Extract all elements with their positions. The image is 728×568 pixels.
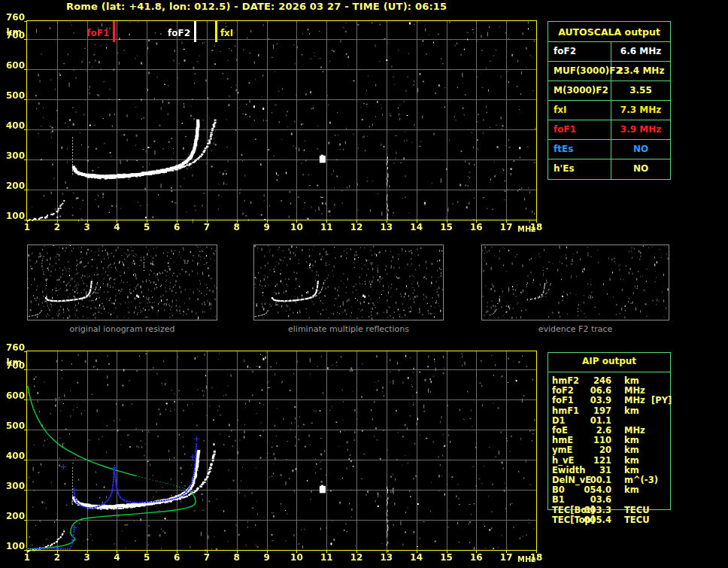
parameter-name: D1 <box>552 416 566 426</box>
parameter-value: 31 <box>599 466 611 475</box>
y-axis-unit-label: km <box>2 27 22 38</box>
y-tick-label: 760 <box>2 12 25 23</box>
parameter-unit: TECU <box>624 506 649 515</box>
parameter-note: [PY] <box>651 396 672 405</box>
y-tick-label: 300 <box>2 481 25 491</box>
parameter-name: h'Es <box>548 159 611 179</box>
parameter-unit: km <box>624 406 639 416</box>
x-tick-label: 8 <box>227 222 247 232</box>
x-axis-unit-label: MHz <box>517 555 535 563</box>
x-tick-label: 16 <box>466 552 486 563</box>
x-tick-label: 15 <box>437 222 457 232</box>
x-tick-label: 11 <box>317 222 336 232</box>
parameter-name: B1 <box>552 495 565 505</box>
x-tick-label: 3 <box>77 552 97 563</box>
parameter-value: 005.4 <box>584 515 611 525</box>
parameter-name: foE <box>552 426 568 436</box>
parameter-name: ymE <box>552 445 572 455</box>
x-tick-label: 17 <box>496 552 516 563</box>
x-tick-label: 1 <box>17 552 37 563</box>
parameter-name: M(3000)F2 <box>548 81 611 100</box>
foF1-marker-line <box>113 21 115 42</box>
parameter-name: Ewidth <box>552 466 585 475</box>
parameter-name: foF2 <box>552 386 574 396</box>
thumbnail-evidence-f2-trace <box>481 245 669 320</box>
y-tick-label: 100 <box>2 211 25 221</box>
foF2-marker-label: foF2 <box>160 28 190 38</box>
x-tick-label: 4 <box>107 222 126 232</box>
x-tick-label: 14 <box>407 552 426 563</box>
parameter-value: 00.1 <box>590 475 611 485</box>
parameter-value: 054.0 <box>584 485 611 495</box>
parameter-name: foF1 <box>552 396 574 405</box>
parameter-value: 01.1 <box>590 416 611 426</box>
parameter-unit: MHz <box>624 386 645 396</box>
parameter-unit: MHz <box>624 396 645 405</box>
aip-row-hmf1: hmF1197km <box>548 406 671 416</box>
parameter-unit: km <box>624 445 639 455</box>
x-tick-label: 13 <box>377 552 396 563</box>
autoscala-output-table: AUTOSCALA output foF26.6 MHzMUF(3000)F22… <box>548 21 671 180</box>
aip-row-foe: foE2.6MHz <box>548 426 671 436</box>
parameter-value: 110 <box>593 436 611 445</box>
x-tick-label: 8 <box>227 552 247 563</box>
x-tick-label: 16 <box>466 222 486 232</box>
x-tick-label: 4 <box>107 552 126 563</box>
parameter-value: 20 <box>599 445 611 455</box>
autoscala-output-screen: Rome (lat: +41.8, lon: 012.5) - DATE: 20… <box>0 0 728 568</box>
y-tick-label: 100 <box>2 541 25 551</box>
y-tick-label: 500 <box>2 90 25 101</box>
aip-row-b0: B0054.0km <box>548 485 671 495</box>
parameter-unit: m^(-3) <box>624 475 658 485</box>
x-tick-label: 12 <box>347 222 366 232</box>
x-tick-label: 7 <box>197 222 217 232</box>
parameter-value: 23.4 MHz <box>611 62 670 80</box>
parameter-name: hmF1 <box>552 406 579 416</box>
parameter-name: h_vE <box>552 456 574 466</box>
aip-row-hmf2: hmF2246km <box>548 376 671 386</box>
parameter-name: MUF(3000)F2 <box>548 62 611 80</box>
aip-row-ewidth: Ewidth31km <box>548 466 671 475</box>
x-tick-label: 15 <box>437 552 457 563</box>
x-axis-unit-label: MHz <box>517 225 535 233</box>
autoscala-row-hes: h'EsNO <box>548 159 670 179</box>
parameter-value: 197 <box>593 406 611 416</box>
x-tick-label: 9 <box>257 552 277 563</box>
parameter-value: 03.6 <box>590 495 611 505</box>
parameter-name: DelN_vE <box>552 475 591 485</box>
aip-row-tecbot: TEC[Bot]003.3TECU <box>548 506 671 515</box>
parameter-unit: MHz <box>624 426 645 436</box>
parameter-value: 246 <box>593 376 611 386</box>
aip-row-yme: ymE20km <box>548 445 671 455</box>
parameter-value: 6.6 MHz <box>611 42 670 61</box>
autoscala-row-m3000f2: M(3000)F23.55 <box>548 81 670 101</box>
x-tick-label: 9 <box>257 222 277 232</box>
y-tick-label: 200 <box>2 181 25 191</box>
aip-row-fof1: foF103.9MHz[PY] <box>548 396 671 405</box>
x-tick-label: 10 <box>287 222 306 232</box>
x-tick-label: 6 <box>167 222 187 232</box>
page-title: Rome (lat: +41.8, lon: 012.5) - DATE: 20… <box>66 1 447 12</box>
parameter-name: hmE <box>552 436 573 445</box>
x-tick-label: 1 <box>17 222 37 232</box>
aip-row-fof2: foF206.6MHz <box>548 386 671 396</box>
aip-row-hme: hmE110km <box>548 436 671 445</box>
x-tick-label: 5 <box>137 552 156 563</box>
autoscala-row-fof2: foF26.6 MHz <box>548 42 670 62</box>
parameter-unit: km <box>624 456 639 466</box>
autoscala-table-title: AUTOSCALA output <box>548 22 670 42</box>
parameter-value: 7.3 MHz <box>611 101 670 120</box>
parameter-unit: TECU <box>624 515 649 525</box>
parameter-name: hmF2 <box>552 376 579 386</box>
parameter-value: 03.9 <box>590 396 611 405</box>
aip-row-delnve: DelN_vE00.1m^(-3) <box>548 475 671 485</box>
thumbnail-caption: original ionogram resized <box>27 324 217 334</box>
x-tick-label: 17 <box>496 222 516 232</box>
autoscala-row-fof1: foF13.9 MHz <box>548 120 670 140</box>
parameter-value: NO <box>611 140 670 159</box>
parameter-unit: km <box>624 436 639 445</box>
parameter-name: ftEs <box>548 140 611 159</box>
parameter-name: foF1 <box>548 120 611 139</box>
x-tick-label: 11 <box>317 552 336 563</box>
parameter-value: 06.6 <box>590 386 611 396</box>
